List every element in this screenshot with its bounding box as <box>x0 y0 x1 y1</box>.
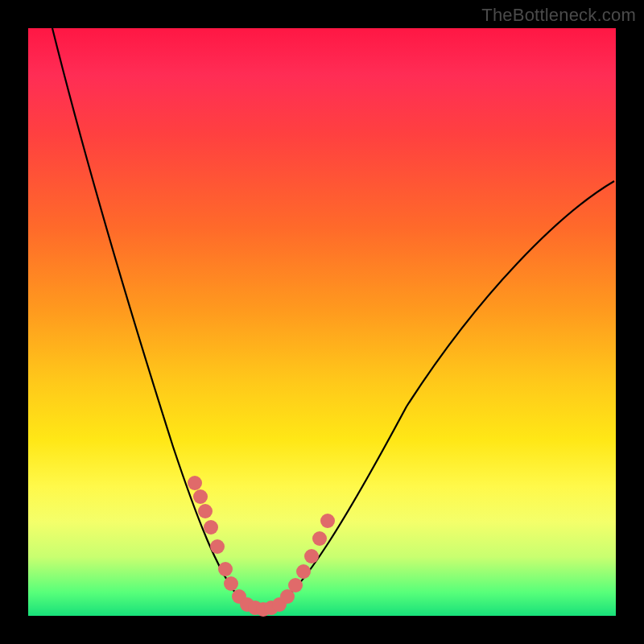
svg-point-17 <box>312 531 327 546</box>
svg-point-3 <box>204 520 218 535</box>
plot-area <box>28 28 616 616</box>
svg-point-6 <box>224 576 238 591</box>
svg-point-5 <box>218 562 233 576</box>
svg-point-0 <box>188 476 202 490</box>
watermark-text: TheBottleneck.com <box>481 5 636 26</box>
svg-point-15 <box>296 564 311 579</box>
svg-point-18 <box>320 514 335 528</box>
svg-point-14 <box>288 578 303 592</box>
svg-point-4 <box>210 539 225 554</box>
svg-point-2 <box>198 504 213 518</box>
svg-point-1 <box>193 489 208 504</box>
chart-svg <box>28 28 616 616</box>
chart-frame: TheBottleneck.com <box>0 0 644 644</box>
svg-point-16 <box>304 549 319 564</box>
